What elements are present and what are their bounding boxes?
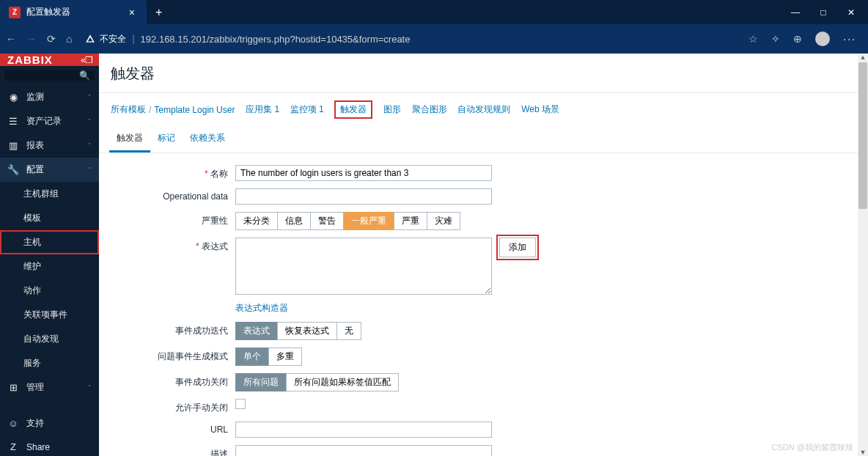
severity-opt-0[interactable]: 未分类 xyxy=(235,212,278,230)
sidebar-sub-hostgroups[interactable]: 主机群组 xyxy=(0,182,99,206)
support-icon: ☺ xyxy=(7,418,19,429)
scroll-up-icon[interactable]: ▲ xyxy=(858,54,868,61)
nav-refresh-icon[interactable]: ⟳ xyxy=(47,33,56,45)
url-input[interactable] xyxy=(235,422,492,438)
label-severity: 严重性 xyxy=(111,212,235,227)
sidebar-sub-discovery[interactable]: 自动发现 xyxy=(0,327,99,351)
bc-template[interactable]: Template Login User xyxy=(154,105,235,115)
sidebar-sub-correlation[interactable]: 关联项事件 xyxy=(0,303,99,327)
bc-web[interactable]: Web 场景 xyxy=(521,103,559,116)
window-minimize[interactable]: — xyxy=(790,7,801,18)
new-tab-button[interactable]: + xyxy=(147,6,171,19)
sidebar-item-inventory[interactable]: ☰ 资产记录 ˅ xyxy=(0,109,99,133)
sidebar-item-config[interactable]: 🔧 配置 ˄ xyxy=(0,158,99,182)
sidebar-item-reports[interactable]: ▥ 报表 ˅ xyxy=(0,133,99,158)
wrench-icon: 🔧 xyxy=(7,164,19,175)
opdata-input[interactable] xyxy=(235,188,492,205)
problem-gen-opt-0[interactable]: 单个 xyxy=(235,347,269,366)
tab-close-icon[interactable]: × xyxy=(126,7,138,18)
sidebar-item-admin[interactable]: ⊞ 管理 ˅ xyxy=(0,375,99,400)
severity-group: 未分类 信息 警告 一般严重 严重 灾难 xyxy=(235,212,460,230)
chevron-down-icon: ˅ xyxy=(88,142,92,150)
bc-items[interactable]: 监控项 1 xyxy=(290,103,324,116)
profile-icon[interactable] xyxy=(815,32,830,46)
breadcrumb: 所有模板 / Template Login User 应用集 1 监控项 1 触… xyxy=(99,93,868,126)
desc-textarea[interactable] xyxy=(235,445,492,456)
label-url: URL xyxy=(111,422,235,435)
tab-trigger[interactable]: 触发器 xyxy=(109,126,150,152)
sidebar-item-support[interactable]: ☺ 支持 xyxy=(0,411,99,435)
severity-opt-4[interactable]: 严重 xyxy=(394,212,427,230)
tab-tags[interactable]: 标记 xyxy=(150,126,183,152)
add-expression-button[interactable]: 添加 xyxy=(499,238,536,257)
sidebar-brand[interactable]: ZABBIX « ❐ xyxy=(0,54,99,66)
severity-opt-3[interactable]: 一般严重 xyxy=(343,212,394,230)
browser-toolbar: ← → ⟳ ⌂ 不安全 | 192.168.15.201/zabbix/trig… xyxy=(0,24,868,54)
label-event-close: 事件成功关闭 xyxy=(111,373,235,389)
browser-titlebar: Z 配置触发器 × + — □ ✕ xyxy=(0,0,868,24)
nav-home-icon[interactable]: ⌂ xyxy=(66,33,72,45)
label-event-ok: 事件成功迭代 xyxy=(111,322,235,337)
event-close-opt-0[interactable]: 所有问题 xyxy=(235,373,287,391)
content-scrollbar[interactable]: ▲ ▼ xyxy=(858,54,868,456)
extensions-icon[interactable]: ⊕ xyxy=(793,33,802,45)
severity-opt-5[interactable]: 灾难 xyxy=(427,212,460,230)
bc-all-templates[interactable]: 所有模板 xyxy=(111,103,146,116)
severity-opt-1[interactable]: 信息 xyxy=(277,212,311,230)
event-ok-group: 表达式 恢复表达式 无 xyxy=(235,322,361,340)
sidebar-item-share[interactable]: Z Share xyxy=(0,435,99,456)
page-header: 触发器 xyxy=(99,54,868,93)
sidebar: ZABBIX « ❐ 🔍 ◉ 监测 ˅ ☰ 资产记录 ˅ ▥ 报表 ˅ 🔧 配置… xyxy=(0,54,99,456)
event-ok-opt-1[interactable]: 恢复表达式 xyxy=(277,322,337,340)
manual-close-checkbox[interactable] xyxy=(235,399,246,409)
chevron-down-icon: ˅ xyxy=(88,384,92,391)
label-expression: 表达式 xyxy=(111,238,235,253)
browser-tab[interactable]: Z 配置触发器 × xyxy=(0,0,147,24)
label-desc: 描述 xyxy=(111,445,235,456)
bc-screens[interactable]: 聚合图形 xyxy=(412,103,447,116)
share-icon: Z xyxy=(7,441,19,452)
menu-icon[interactable]: ··· xyxy=(843,33,856,45)
sidebar-sub-templates[interactable]: 模板 xyxy=(0,206,99,230)
window-maximize[interactable]: □ xyxy=(818,7,828,18)
sidebar-item-monitoring[interactable]: ◉ 监测 ˅ xyxy=(0,85,99,109)
sidebar-sub-maintenance[interactable]: 维护 xyxy=(0,254,99,279)
bc-apps[interactable]: 应用集 1 xyxy=(246,103,279,116)
expression-textarea[interactable] xyxy=(235,238,492,295)
event-ok-opt-0[interactable]: 表达式 xyxy=(235,322,278,340)
grid-icon: ⊞ xyxy=(7,382,19,393)
scrollbar-thumb[interactable] xyxy=(858,62,867,209)
sidebar-item-label: Share xyxy=(26,442,50,452)
event-ok-opt-2[interactable]: 无 xyxy=(336,322,361,340)
sidebar-item-label: 资产记录 xyxy=(26,115,62,128)
bc-graphs[interactable]: 图形 xyxy=(383,103,401,116)
address-bar[interactable]: 不安全 | 192.168.15.201/zabbix/triggers.php… xyxy=(82,33,738,45)
tab-favicon: Z xyxy=(9,7,21,18)
sidebar-collapse-icon[interactable]: « ❐ xyxy=(81,55,92,65)
eye-icon: ◉ xyxy=(7,92,19,103)
sidebar-sub-services[interactable]: 服务 xyxy=(0,351,99,375)
name-input[interactable] xyxy=(235,165,492,181)
event-close-opt-1[interactable]: 所有问题如果标签值匹配 xyxy=(286,373,399,391)
sidebar-search[interactable]: 🔍 xyxy=(4,70,95,81)
event-close-group: 所有问题 所有问题如果标签值匹配 xyxy=(235,373,399,391)
sidebar-sub-actions[interactable]: 动作 xyxy=(0,279,99,303)
url-divider: | xyxy=(132,34,134,44)
severity-opt-2[interactable]: 警告 xyxy=(310,212,344,230)
watermark: CSDN @我的紫霞辣辣 xyxy=(772,442,853,453)
scroll-down-icon[interactable]: ▼ xyxy=(858,449,868,456)
collections-icon[interactable]: ✧ xyxy=(771,33,780,45)
sidebar-sub-hosts[interactable]: 主机 xyxy=(0,230,99,254)
expression-builder-link[interactable]: 表达式构造器 xyxy=(235,302,288,315)
bc-discovery[interactable]: 自动发现规则 xyxy=(457,103,510,116)
brand-text: ZABBIX xyxy=(7,54,53,66)
tab-deps[interactable]: 依赖关系 xyxy=(183,126,232,152)
nav-back-icon[interactable]: ← xyxy=(6,33,16,45)
chevron-down-icon: ˅ xyxy=(88,94,92,101)
problem-gen-opt-1[interactable]: 多重 xyxy=(268,347,302,366)
window-close[interactable]: ✕ xyxy=(846,7,856,18)
favorites-icon[interactable]: ☆ xyxy=(749,33,758,45)
page-title: 触发器 xyxy=(111,64,856,84)
bc-triggers[interactable]: 触发器 xyxy=(334,100,372,119)
security-badge[interactable]: 不安全 xyxy=(85,33,126,45)
